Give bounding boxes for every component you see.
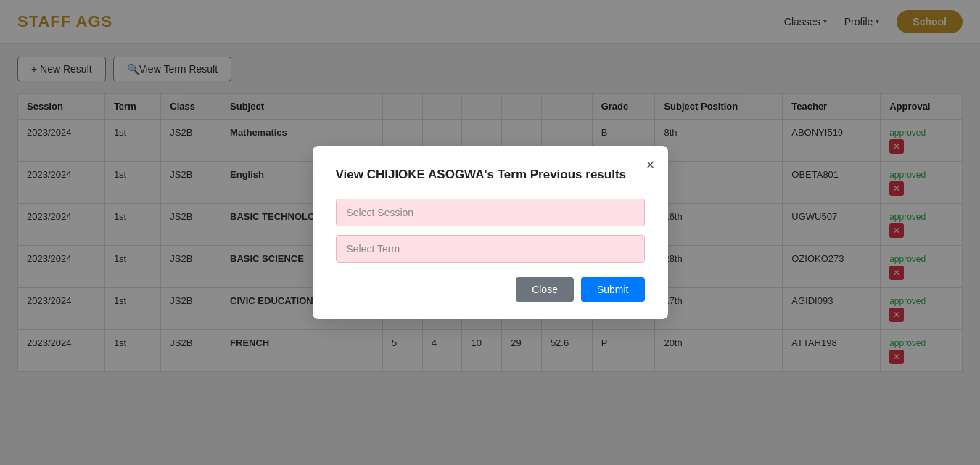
modal-title: View CHIJIOKE ASOGWA's Term Previous res… bbox=[336, 166, 645, 184]
select-session-placeholder: Select Session bbox=[347, 207, 414, 218]
close-modal-button[interactable]: Close bbox=[516, 277, 574, 302]
select-term-field[interactable]: Select Term bbox=[336, 235, 645, 263]
modal-overlay: View CHIJIOKE ASOGWA's Term Previous res… bbox=[0, 0, 980, 465]
modal-close-button[interactable]: × bbox=[646, 157, 655, 172]
select-session-field[interactable]: Select Session bbox=[336, 199, 645, 226]
modal-actions: Close Submit bbox=[336, 277, 645, 302]
select-term-placeholder: Select Term bbox=[347, 243, 400, 255]
modal: View CHIJIOKE ASOGWA's Term Previous res… bbox=[313, 146, 668, 320]
submit-button[interactable]: Submit bbox=[581, 277, 645, 302]
